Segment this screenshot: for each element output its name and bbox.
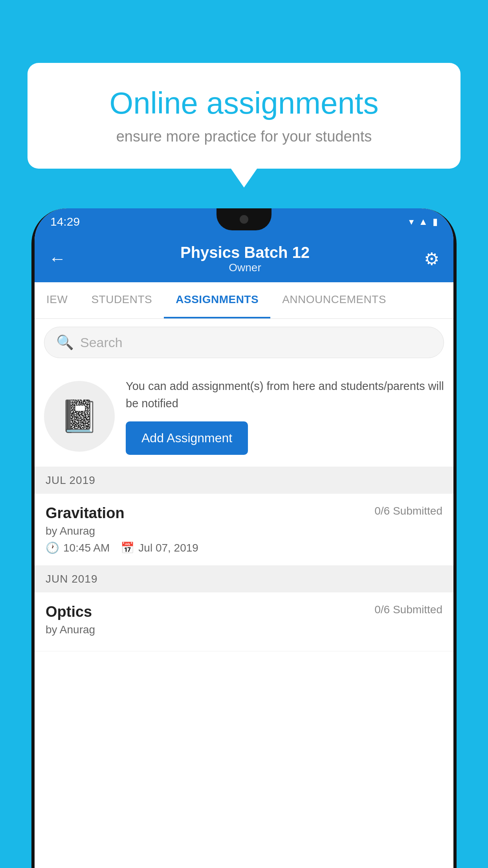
assignment-item-optics[interactable]: Optics 0/6 Submitted by Anurag bbox=[35, 592, 453, 651]
status-icons: ▾ ▲ ▮ bbox=[409, 216, 438, 227]
header-subtitle: Owner bbox=[66, 261, 424, 274]
search-placeholder: Search bbox=[80, 335, 123, 350]
promo-section: 📓 You can add assignment(s) from here an… bbox=[35, 366, 453, 467]
notebook-icon: 📓 bbox=[60, 398, 99, 435]
phone-frame: 14:29 ▾ ▲ ▮ ← Physics Batch 12 Owner ⚙ I… bbox=[31, 208, 457, 868]
speech-bubble: Online assignments ensure more practice … bbox=[28, 63, 460, 169]
camera-dot bbox=[240, 215, 248, 224]
signal-icon: ▲ bbox=[418, 216, 428, 227]
settings-icon[interactable]: ⚙ bbox=[424, 249, 439, 269]
add-assignment-button[interactable]: Add Assignment bbox=[126, 421, 248, 455]
assignment-by: by Anurag bbox=[46, 525, 442, 537]
search-bar-container: 🔍 Search bbox=[35, 319, 453, 366]
search-icon: 🔍 bbox=[56, 334, 74, 351]
tabs-container: IEW STUDENTS ASSIGNMENTS ANNOUNCEMENTS bbox=[35, 282, 453, 319]
tab-students[interactable]: STUDENTS bbox=[79, 282, 164, 318]
status-time: 14:29 bbox=[50, 215, 80, 228]
assignment-top-row-optics: Optics 0/6 Submitted bbox=[46, 603, 442, 620]
search-bar[interactable]: 🔍 Search bbox=[44, 327, 444, 358]
speech-bubble-container: Online assignments ensure more practice … bbox=[28, 63, 460, 169]
battery-icon: ▮ bbox=[433, 216, 438, 227]
assignment-item-gravitation[interactable]: Gravitation 0/6 Submitted by Anurag 🕐 10… bbox=[35, 494, 453, 566]
header-title: Physics Batch 12 bbox=[66, 244, 424, 261]
meta-date: 📅 Jul 07, 2019 bbox=[121, 541, 198, 554]
notch bbox=[216, 208, 272, 230]
bubble-title: Online assignments bbox=[55, 86, 433, 120]
header-center: Physics Batch 12 Owner bbox=[66, 244, 424, 274]
app-header: ← Physics Batch 12 Owner ⚙ bbox=[35, 235, 453, 282]
assignment-title: Gravitation bbox=[46, 505, 125, 522]
tab-iew[interactable]: IEW bbox=[35, 282, 79, 318]
assignment-by-optics: by Anurag bbox=[46, 623, 442, 636]
meta-time: 🕐 10:45 AM bbox=[46, 541, 110, 554]
assignment-date: Jul 07, 2019 bbox=[138, 542, 198, 554]
status-bar: 14:29 ▾ ▲ ▮ bbox=[35, 208, 453, 235]
promo-description: You can add assignment(s) from here and … bbox=[126, 378, 444, 412]
calendar-icon: 📅 bbox=[121, 541, 134, 554]
tab-assignments[interactable]: ASSIGNMENTS bbox=[164, 282, 270, 318]
promo-icon-circle: 📓 bbox=[44, 381, 115, 452]
assignment-title-optics: Optics bbox=[46, 603, 92, 620]
section-header-jul: JUL 2019 bbox=[35, 467, 453, 494]
bubble-subtitle: ensure more practice for your students bbox=[55, 128, 433, 145]
clock-icon: 🕐 bbox=[46, 541, 59, 554]
tab-announcements[interactable]: ANNOUNCEMENTS bbox=[270, 282, 398, 318]
submitted-count: 0/6 Submitted bbox=[374, 505, 442, 517]
assignment-time: 10:45 AM bbox=[63, 542, 110, 554]
assignment-top-row: Gravitation 0/6 Submitted bbox=[46, 505, 442, 522]
section-header-jun: JUN 2019 bbox=[35, 566, 453, 592]
promo-text-section: You can add assignment(s) from here and … bbox=[126, 378, 444, 455]
wifi-icon: ▾ bbox=[409, 216, 414, 227]
back-button[interactable]: ← bbox=[49, 249, 66, 268]
phone-screen: 14:29 ▾ ▲ ▮ ← Physics Batch 12 Owner ⚙ I… bbox=[35, 208, 453, 868]
assignment-meta: 🕐 10:45 AM 📅 Jul 07, 2019 bbox=[46, 541, 442, 554]
submitted-count-optics: 0/6 Submitted bbox=[374, 603, 442, 616]
